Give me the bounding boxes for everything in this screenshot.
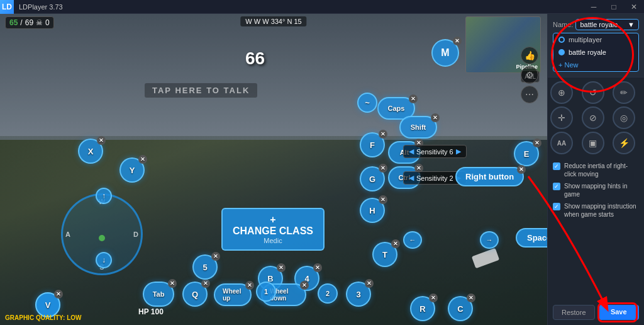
checkbox-3[interactable]: ✓: [553, 203, 560, 210]
key-4-close[interactable]: ✕: [313, 263, 322, 272]
key-wd-close[interactable]: ✕: [300, 281, 309, 290]
icon-grab[interactable]: ⊕: [550, 81, 573, 104]
name-value: battle royale: [580, 21, 618, 28]
key-5-close[interactable]: ✕: [211, 252, 220, 261]
close-button[interactable]: ✕: [624, 0, 644, 14]
dropdown-item-multiplayer[interactable]: multiplayer: [553, 33, 638, 46]
key-g-close[interactable]: ✕: [379, 164, 387, 173]
key-x-close[interactable]: ✕: [97, 136, 106, 145]
key-arrow-up[interactable]: ↑: [96, 188, 112, 204]
key-t-close[interactable]: ✕: [391, 239, 400, 248]
minimize-button[interactable]: ─: [584, 0, 604, 14]
key-v[interactable]: V ✕: [35, 292, 60, 317]
key-caps-close[interactable]: ✕: [409, 94, 418, 103]
key-b-close[interactable]: ✕: [277, 263, 286, 272]
bottom-buttons: Restore Save: [548, 300, 644, 325]
key-arrow-left[interactable]: ←: [403, 231, 422, 249]
key-r-close[interactable]: ✕: [429, 294, 438, 302]
sens6-right[interactable]: ▶: [456, 147, 461, 156]
key-q[interactable]: Q ✕: [182, 282, 208, 307]
key-tab-close[interactable]: ✕: [168, 279, 177, 288]
change-class-subtitle: Medic: [233, 237, 313, 244]
key-tab[interactable]: Tab ✕: [143, 282, 174, 307]
key-shift-close[interactable]: ✕: [431, 113, 440, 122]
name-dropdown[interactable]: battle royale ▼: [575, 19, 639, 30]
key-x[interactable]: X ✕: [78, 139, 103, 164]
key-e[interactable]: E ✕: [514, 141, 539, 166]
icon-bolt[interactable]: ⚡: [613, 132, 635, 154]
key-h-close[interactable]: ✕: [379, 195, 387, 204]
icon-edit[interactable]: ✏: [613, 81, 635, 104]
key-m-close[interactable]: ✕: [453, 37, 462, 45]
maximize-button[interactable]: □: [604, 0, 624, 14]
dropdown-list: multiplayer battle royale + New: [553, 33, 639, 72]
battle-royale-label: battle royale: [569, 48, 606, 56]
sens2-left[interactable]: ◀: [409, 174, 414, 182]
sens2-label: Sensitivity 2: [416, 174, 453, 182]
restore-button[interactable]: Restore: [553, 305, 595, 320]
center-number: 66: [245, 48, 265, 69]
radio-battle-royale: [558, 49, 565, 55]
key-3-close[interactable]: ✕: [365, 279, 374, 288]
key-q-close[interactable]: ✕: [201, 279, 210, 288]
skull-icon: ☠: [36, 18, 43, 27]
icon-screen[interactable]: ▣: [582, 132, 604, 154]
key-m[interactable]: M ✕: [431, 39, 459, 67]
tap-to-talk[interactable]: TAP HERE TO TALK: [145, 83, 257, 98]
sens6-left[interactable]: ◀: [409, 147, 414, 156]
key-tilde[interactable]: ~: [357, 93, 377, 113]
key-f-close[interactable]: ✕: [379, 130, 387, 139]
kills: 0: [45, 18, 50, 27]
like-button[interactable]: 👍: [521, 47, 538, 64]
name-dropdown-area: Name: battle royale ▼ multiplayer battle…: [548, 14, 644, 77]
key-y-close[interactable]: ✕: [138, 155, 147, 164]
key-e-close[interactable]: ✕: [533, 139, 541, 147]
icon-refresh[interactable]: ↺: [582, 81, 604, 104]
hp-display: 65 / 69 ☠ 0: [5, 16, 54, 29]
key-c[interactable]: C ✕: [448, 296, 473, 321]
key-t[interactable]: T ✕: [372, 242, 397, 267]
change-class-icon: +: [233, 214, 313, 225]
key-1[interactable]: 1: [256, 282, 276, 302]
key-h[interactable]: H ✕: [360, 198, 385, 223]
key-g[interactable]: G ✕: [360, 166, 385, 191]
icon-slash[interactable]: ⊘: [582, 106, 604, 129]
key-2[interactable]: 2: [318, 283, 338, 304]
extra-button[interactable]: ⋯: [521, 86, 538, 103]
right-panel: Name: battle royale ▼ multiplayer battle…: [547, 14, 644, 325]
joystick-a: A: [65, 231, 70, 238]
settings-button[interactable]: ⚙: [521, 66, 538, 84]
save-button[interactable]: Save: [599, 305, 640, 320]
key-wheel-up[interactable]: Wheel up ✕: [214, 283, 252, 306]
key-y[interactable]: Y ✕: [119, 157, 145, 183]
dropdown-new[interactable]: + New: [553, 59, 638, 71]
change-class-title: CHANGE CLASS: [233, 225, 313, 237]
key-v-close[interactable]: ✕: [54, 290, 63, 299]
check-label-2: Show mapping hints in game: [564, 182, 639, 198]
game-viewport: 65 / 69 ☠ 0 W W W 334° N 15 66 TAP HERE …: [0, 14, 547, 325]
icon-toolbar: ⊕ ↺ ✏ ✛ ⊘ ◎ AA ▣ ⚡: [548, 77, 644, 158]
icon-crosshair[interactable]: ✛: [550, 106, 573, 129]
key-c-close[interactable]: ✕: [467, 294, 475, 302]
icon-aa[interactable]: AA: [550, 132, 573, 154]
titlebar: LD LDPlayer 3.73 ─ □ ✕: [0, 0, 644, 14]
key-wu-close[interactable]: ✕: [245, 281, 254, 290]
key-arrow-down[interactable]: ↓: [96, 252, 112, 268]
key-3[interactable]: 3 ✕: [346, 282, 371, 307]
icon-eye[interactable]: ◎: [613, 106, 635, 129]
checkbox-1[interactable]: ✓: [553, 162, 560, 170]
check-label-1: Reduce inertia of right-click moving: [564, 162, 639, 178]
gfx-quality: GRAPHIC QUALITY: LOW: [5, 314, 81, 321]
space-button[interactable]: Space ✕: [516, 228, 547, 248]
key-r[interactable]: R ✕: [410, 296, 435, 321]
key-shift[interactable]: Shift ✕: [399, 116, 437, 139]
app-title: LDPlayer 3.73: [14, 3, 68, 11]
dropdown-item-battle-royale[interactable]: battle royale: [553, 46, 638, 59]
key-5[interactable]: 5 ✕: [192, 254, 218, 280]
key-arrow-right[interactable]: →: [480, 231, 499, 249]
change-class-button[interactable]: + CHANGE CLASS Medic: [221, 208, 325, 251]
key-f[interactable]: F ✕: [360, 132, 385, 157]
checkbox-2[interactable]: ✓: [553, 183, 560, 190]
new-label: + New: [558, 61, 579, 69]
right-button[interactable]: Right button ✕: [455, 167, 524, 186]
